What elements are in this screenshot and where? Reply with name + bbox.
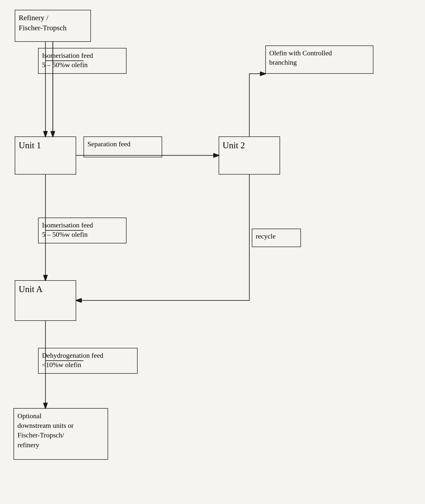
olefin-output-box: Olefin with Controlledbranching — [265, 45, 373, 74]
separation-feed-box: Separation feed — [84, 136, 162, 157]
unit-a-box: Unit A — [15, 280, 76, 321]
unit1-box: Unit 1 — [15, 136, 76, 175]
refinery-box: Refinery /Fischer-Tropsch — [15, 10, 91, 42]
unit2-box: Unit 2 — [219, 136, 280, 175]
isom-feed-1-box: Isomerisation feed5 – 50%w olefin — [38, 48, 127, 74]
diagram: Refinery /Fischer-Tropsch Isomerisation … — [0, 0, 425, 504]
isom-feed-2-box: Isomerisation feed5 – 50%w olefin — [38, 218, 127, 243]
dehyd-feed-box: Dehydrogenation feed<10%w olefin — [38, 348, 138, 374]
recycle-box: recycle — [252, 229, 301, 247]
optional-box: Optionaldownstream units orFischer-Trops… — [14, 408, 108, 460]
